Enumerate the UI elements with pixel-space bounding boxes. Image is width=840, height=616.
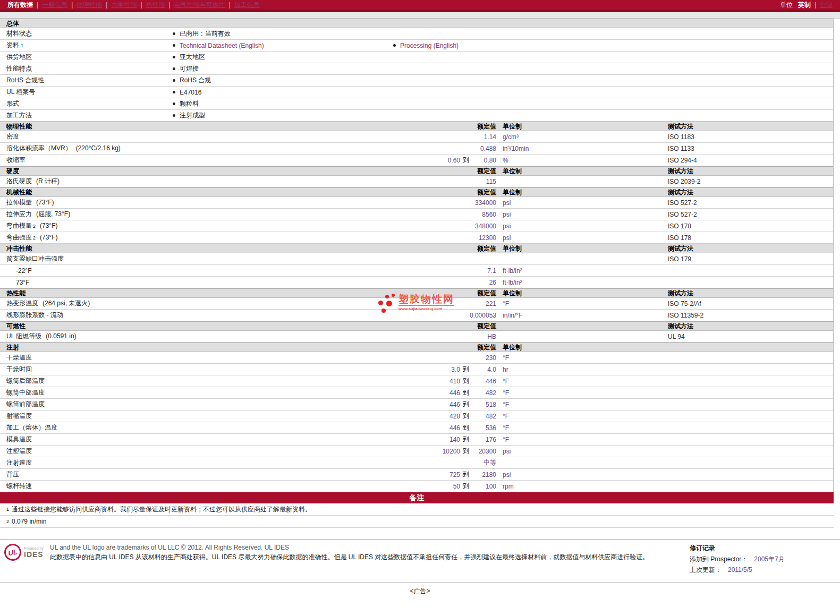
nav-tab-3[interactable]: 物理性能 [77, 1, 102, 10]
rated-value-cell: 中等 [337, 458, 496, 467]
rated-value-cell: 140到176 [337, 435, 496, 444]
table-row: RoHS 合规性RoHS 合规 [0, 75, 833, 87]
rated-value-cell: 0.488 [337, 145, 496, 152]
datasheet-link[interactable]: Processing (English) [400, 42, 459, 49]
section-header: 总体 [0, 19, 833, 28]
property-label: 注射速度 [6, 458, 32, 467]
unit-cell: psi [496, 448, 668, 455]
property-label: 密度 [6, 132, 19, 141]
ides-logo-text: Powered by IDES [24, 546, 44, 559]
property-label: 形式 [6, 99, 19, 108]
property-label: 热变形温度 [6, 299, 38, 308]
property-label: 模具温度 [6, 435, 32, 444]
rated-value-cell: 26 [337, 279, 496, 286]
column-header-unit: 单位制 [496, 244, 668, 253]
rated-value: 230 [486, 354, 496, 362]
rated-value-cell: 115 [337, 178, 496, 185]
table-row: 干燥时间3.0到4.0hr [0, 364, 833, 375]
unit-cell: psi [496, 223, 668, 230]
rated-value-cell: 8560 [337, 211, 496, 218]
range-high: 4.0 [472, 366, 496, 373]
bullet-value: 亚太地区 [180, 53, 205, 62]
nav-tab-2[interactable]: 一般信息 [42, 1, 67, 10]
property-label: 螺筒中部温度 [6, 388, 45, 397]
nav-tab-7[interactable]: 加工信息 [234, 1, 260, 10]
range-high: 20300 [472, 448, 496, 455]
column-header-rated: 额定值 [337, 244, 496, 253]
section-header: 注射额定值单位制 [0, 343, 833, 352]
column-header-method: 测试方法 [668, 167, 833, 176]
column-header-method: 测试方法 [668, 188, 833, 197]
bullet-icon [173, 114, 175, 117]
table-row: 密度1.14g/cm³ISO 1183 [0, 131, 833, 143]
column-header-unit: 单位制 [496, 289, 668, 298]
bullet-icon [173, 91, 175, 93]
unit-imperial[interactable]: 英制 [798, 1, 811, 10]
range-separator: 到 [463, 412, 469, 421]
property-condition: (R 计秤) [36, 177, 60, 186]
rated-value-cell: 7.1 [337, 267, 496, 275]
unit-cell: °F [496, 436, 668, 443]
table-row: 注塑温度10200到20300psi [0, 446, 833, 457]
range-low: 428 [449, 413, 460, 420]
ad-link[interactable]: 广告 [414, 587, 427, 595]
rated-value: 221 [486, 300, 496, 307]
unit-metric[interactable]: 公制 [820, 1, 833, 10]
range-low: 446 [449, 389, 460, 397]
rated-value: 8560 [482, 211, 496, 218]
rated-value-cell: 410到446 [337, 377, 496, 386]
rated-value-cell: 221 [337, 300, 496, 307]
nav-separator: | [106, 1, 107, 8]
rated-value: HB [487, 333, 496, 340]
bullet-value: RoHS 合规 [180, 76, 211, 85]
section-header: 冲击性能额定值单位制测试方法 [0, 244, 833, 253]
property-label: 弯曲强度 [6, 233, 32, 242]
disclaimer-text: 此数据表中的信息由 UL IDES 从该材料的生产商处获得。UL IDES 尽最… [50, 553, 677, 561]
property-label: UL 阻燃等级 [6, 332, 41, 341]
ides-label: IDES [24, 550, 44, 559]
bullet-value: 颗粒料 [180, 99, 199, 108]
property-label: 洛氏硬度 [6, 177, 32, 186]
table-row: UL 阻燃等级(0.0591 in)HBUL 94 [0, 331, 833, 343]
range-low: 446 [449, 401, 460, 408]
range-low: 3.0 [451, 366, 460, 373]
unit-cell: °F [496, 389, 668, 397]
rated-value-cell: 725到2180 [337, 470, 496, 479]
revision-value: 2005年7月 [754, 555, 784, 563]
table-row: 收缩率0.60到0.80%ISO 294-4 [0, 155, 833, 166]
range-high: 482 [472, 389, 496, 397]
nav-tab-5[interactable]: 热性能 [146, 1, 165, 10]
column-header-unit: 单位制 [496, 122, 668, 131]
revision-label: 上次更新： [690, 566, 722, 574]
rated-value: 中等 [483, 458, 496, 467]
column-header-unit: 单位制 [496, 167, 668, 176]
column-header-rated: 额定值 [337, 188, 496, 197]
test-method-cell: ISO 527-2 [668, 199, 833, 207]
unit-cell: in/in/°F [496, 312, 668, 319]
test-method-cell: ISO 11359-2 [668, 312, 833, 319]
property-label: 干燥温度 [6, 353, 32, 362]
nav-tab-6[interactable]: 电气性能与可燃性 [174, 1, 225, 10]
rated-value: 348000 [475, 223, 496, 230]
property-label: 拉伸应力 [6, 210, 32, 219]
range-high: 100 [472, 483, 496, 490]
revision-history: 修订记录 添加到 Prospector：2005年7月 上次更新：2011/5/… [690, 544, 785, 576]
range-low: 50 [453, 483, 460, 490]
property-label: 收缩率 [6, 156, 26, 165]
table-row: 加工（熔体）温度446到536°F [0, 422, 833, 434]
unit-cell: psi [496, 199, 668, 207]
nav-tab-4[interactable]: 力学性能 [111, 1, 137, 10]
table-row: 热变形温度(264 psi, 未退火)221°FISO 75-2/Af [0, 298, 833, 310]
nav-tab-1[interactable]: 所有数据 [7, 1, 33, 10]
datasheet-link[interactable]: Technical Datasheet (English) [180, 42, 264, 49]
table-row: 73°F26ft·lb/in² [0, 277, 833, 288]
revision-title: 修订记录 [690, 544, 785, 553]
test-method-cell: UL 94 [668, 333, 833, 340]
unit-cell: psi [496, 211, 668, 218]
range-separator: 到 [463, 447, 469, 456]
property-condition: (73°F) [40, 222, 57, 229]
unit-cell: rpm [496, 483, 668, 490]
table-row: 资料1Technical Datasheet (English)Processi… [0, 40, 833, 52]
unit-cell: ft·lb/in² [496, 267, 668, 275]
table-row: 形式颗粒料 [0, 98, 833, 110]
